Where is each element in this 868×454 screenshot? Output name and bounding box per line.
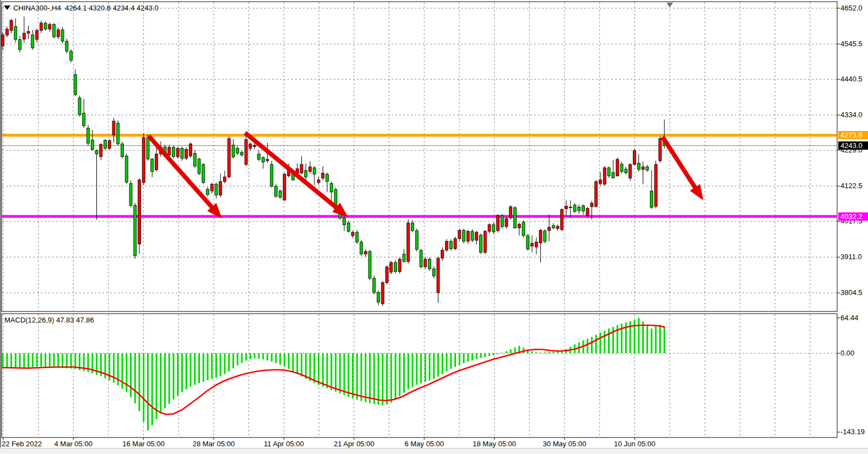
macd-axis-label: -143.19: [840, 428, 865, 436]
macd-values: 47.83 47.86: [56, 316, 94, 324]
time-axis-label: 18 May 05:00: [473, 440, 516, 448]
price-axis-label: 3804.5: [840, 288, 862, 297]
price-axis-label: 4440.5: [840, 75, 862, 84]
price-axis-label: 4652.0: [840, 4, 862, 13]
chart-symbol-timeframe: CHINA300-,H4: [13, 4, 61, 12]
price-axis-label: 4122.5: [840, 182, 862, 190]
price-axis-label: 4334.0: [840, 111, 862, 119]
window-bottom-strip: [0, 448, 868, 454]
chart-canvas[interactable]: [0, 0, 868, 454]
title-spacer: [61, 4, 65, 12]
price-axis-label: 4545.5: [840, 40, 862, 48]
symbol-dropdown-icon[interactable]: [4, 6, 10, 10]
time-axis-label: 28 Mar 05:00: [193, 440, 235, 448]
time-axis-label: 21 Apr 05:00: [334, 440, 375, 448]
time-axis-label: 22 Feb 2022: [2, 440, 42, 448]
macd-axis-label: 0.00: [840, 349, 854, 358]
macd-axis-label: 64.44: [840, 314, 859, 322]
chart-shift-marker-icon[interactable]: [666, 3, 673, 7]
time-axis-label: 10 Jun 05:00: [614, 440, 655, 448]
macd-indicator-label: MACD(12,26,9) 47.83 47.86: [4, 316, 94, 324]
time-axis-label: 30 May 05:00: [543, 440, 587, 448]
time-axis-label: 16 Mar 05:00: [122, 440, 165, 448]
price-axis-label: 3911.0: [840, 253, 862, 261]
time-axis-label: 6 May 05:00: [404, 440, 444, 448]
time-axis-label: 4 Mar 05:00: [55, 440, 93, 448]
trading-chart-window: CHINA300-,H4 4264.1 4320.8 4234.4 4243.0…: [0, 0, 868, 454]
time-axis-label: 11 Apr 05:00: [264, 440, 304, 448]
price-badge-4273.9: 4273.9: [838, 131, 868, 139]
chart-title: CHINA300-,H4 4264.1 4320.8 4234.4 4243.0: [13, 4, 159, 12]
price-badge-4243.0: 4243.0: [838, 141, 868, 150]
macd-label: MACD(12,26,9): [4, 316, 54, 324]
chart-ohlc-values: 4264.1 4320.8 4234.4 4243.0: [65, 4, 159, 12]
price-badge-4032.2: 4032.2: [838, 212, 868, 221]
